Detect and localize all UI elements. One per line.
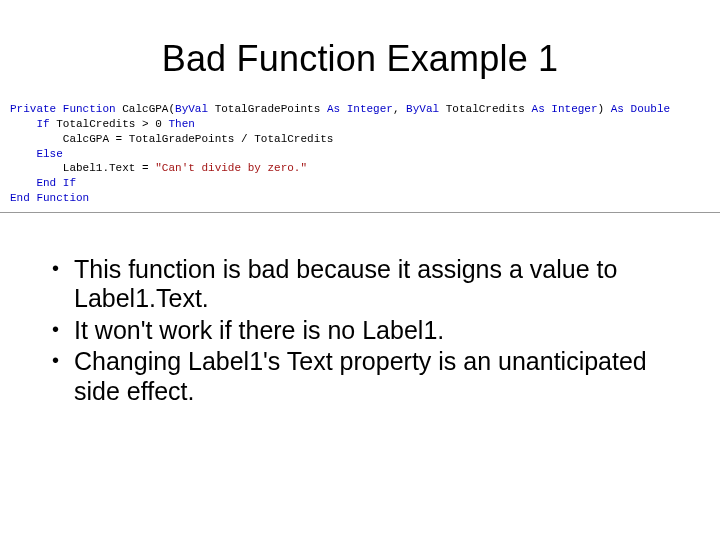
code-line-3: CalcGPA = TotalGradePoints / TotalCredit… — [10, 132, 710, 147]
bullet-icon: • — [52, 349, 59, 373]
code-line-4: Else — [10, 147, 710, 162]
code-line-5: Label1.Text = "Can't divide by zero." — [10, 161, 710, 176]
bullet-item: • It won't work if there is no Label1. — [52, 316, 676, 346]
bullet-item: • Changing Label1's Text property is an … — [52, 347, 676, 406]
code-block: Private Function CalcGPA(ByVal TotalGrad… — [0, 102, 720, 213]
slide-title: Bad Function Example 1 — [0, 38, 720, 80]
bullet-icon: • — [52, 318, 59, 342]
code-line-1: Private Function CalcGPA(ByVal TotalGrad… — [10, 102, 710, 117]
slide: Bad Function Example 1 Private Function … — [0, 38, 720, 540]
code-line-6: End If — [10, 176, 710, 191]
bullet-text: This function is bad because it assigns … — [74, 255, 617, 313]
bullet-text: It won't work if there is no Label1. — [74, 316, 444, 344]
bullet-icon: • — [52, 257, 59, 281]
code-line-7: End Function — [10, 191, 710, 206]
bullet-text: Changing Label1's Text property is an un… — [74, 347, 647, 405]
code-line-2: If TotalCredits > 0 Then — [10, 117, 710, 132]
bullet-item: • This function is bad because it assign… — [52, 255, 676, 314]
bullet-list: • This function is bad because it assign… — [52, 255, 676, 407]
